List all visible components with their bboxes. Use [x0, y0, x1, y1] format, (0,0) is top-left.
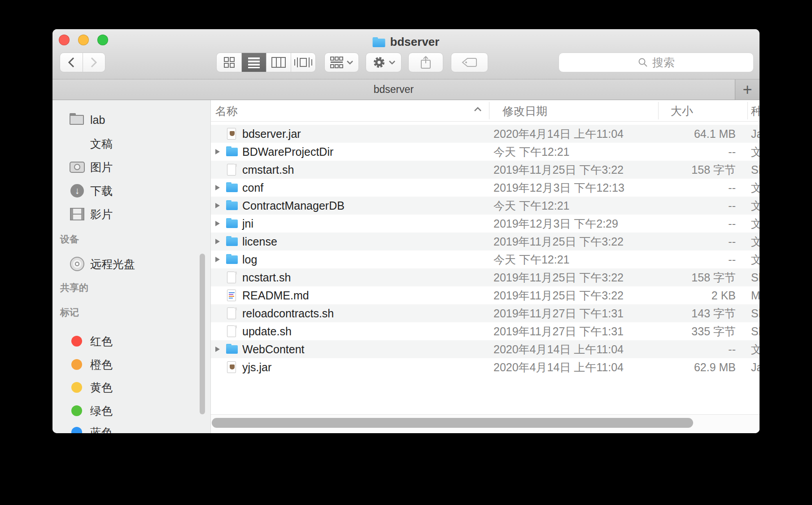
sidebar-item-图片[interactable]: 图片 [52, 159, 210, 175]
disclosure-triangle-icon[interactable] [215, 257, 220, 262]
folder-icon [226, 199, 238, 212]
md-icon [226, 289, 238, 302]
table-row[interactable]: update.sh 2019年11月27日 下午1:31 335 字节 Sh [211, 322, 760, 340]
table-row[interactable]: ContractManagerDB 今天 下午12:21 -- 文 [211, 197, 760, 215]
group-by-button[interactable] [324, 53, 359, 72]
file-list-pane: 名称 修改日期 大小 种类 bdserver.jar 2020年4月14日 上午… [211, 100, 760, 433]
sidebar-item-label: 红色 [90, 334, 113, 349]
file-name: README.md [242, 289, 309, 302]
file-kind: 文 [751, 216, 760, 231]
file-date: 2020年4月14日 上午11:04 [493, 127, 624, 141]
disclosure-triangle-icon[interactable] [215, 239, 220, 244]
disclosure-triangle-icon[interactable] [215, 203, 220, 208]
file-kind: Sh [751, 307, 760, 320]
file-kind: Ja [751, 127, 760, 141]
file-name: ncstart.sh [242, 271, 291, 284]
sidebar-item-蓝色[interactable]: 蓝色 [52, 424, 210, 433]
icon-view-button[interactable] [217, 53, 241, 72]
table-row[interactable]: ncstart.sh 2019年11月25日 下午3:22 158 字节 Sh [211, 268, 760, 286]
sidebar-item-绿色[interactable]: 绿色 [52, 403, 210, 419]
column-header-size[interactable]: 大小 [671, 103, 693, 118]
sidebar-header-tags: 标记 [60, 306, 79, 319]
table-row[interactable]: bdserver.jar 2020年4月14日 上午11:04 64.1 MB … [211, 125, 760, 143]
folder-icon [226, 181, 238, 194]
file-kind: Ma [751, 289, 760, 302]
window-title-group: bdserver [373, 35, 440, 49]
column-divider[interactable] [658, 102, 659, 119]
table-row[interactable]: cmstart.sh 2019年11月25日 下午3:22 158 字节 Sh [211, 161, 760, 179]
tab-bar: bdserver + [52, 79, 760, 100]
sidebar-scrollbar[interactable] [200, 254, 205, 414]
action-menu-button[interactable] [366, 53, 402, 72]
view-mode-switcher [216, 53, 316, 72]
columns-icon [271, 57, 286, 68]
disclosure-triangle-icon[interactable] [215, 221, 220, 226]
new-tab-button[interactable]: + [735, 79, 760, 100]
gallery-view-button[interactable] [291, 53, 315, 72]
table-row[interactable]: BDWareProjectDir 今天 下午12:21 -- 文 [211, 143, 760, 161]
file-kind: 文 [751, 342, 760, 357]
file-name: jni [242, 217, 253, 230]
file-name: update.sh [242, 325, 292, 338]
sidebar-item-橙色[interactable]: 橙色 [52, 356, 210, 373]
folder-icon [226, 217, 238, 230]
folder-icon [69, 112, 86, 127]
file-kind: 文 [751, 145, 760, 159]
share-icon [419, 55, 432, 70]
file-size: -- [728, 343, 736, 356]
camera-icon [69, 159, 86, 175]
file-date: 今天 下午12:21 [493, 198, 570, 213]
table-row[interactable]: conf 2019年12月3日 下午12:13 -- 文 [211, 179, 760, 197]
disclosure-triangle-icon[interactable] [215, 185, 220, 190]
sidebar-item-影片[interactable]: 影片 [52, 206, 210, 222]
folder-icon [226, 235, 238, 248]
file-kind: 文 [751, 234, 760, 249]
search-placeholder: 搜索 [652, 55, 675, 70]
search-input[interactable]: 搜索 [559, 53, 754, 72]
tag-color-dot [71, 405, 82, 416]
list-view-button[interactable] [241, 53, 266, 72]
file-kind: 文 [751, 252, 760, 267]
file-size: 2 KB [712, 289, 736, 302]
sidebar-header-shared: 共享的 [60, 281, 88, 294]
sidebar-item-label: 影片 [90, 207, 113, 222]
table-row[interactable]: yjs.jar 2020年4月14日 上午11:04 62.9 MB Ja [211, 358, 760, 376]
close-button[interactable] [59, 35, 70, 45]
table-row[interactable]: log 今天 下午12:21 -- 文 [211, 250, 760, 268]
column-divider[interactable] [489, 102, 489, 119]
column-header-date[interactable]: 修改日期 [502, 103, 547, 118]
table-row[interactable]: jni 2019年12月3日 下午2:29 -- 文 [211, 215, 760, 233]
titlebar: bdserver [52, 29, 760, 79]
sidebar-item-文稿[interactable]: 文稿 [52, 136, 210, 152]
table-row[interactable]: README.md 2019年11月25日 下午3:22 2 KB Ma [211, 286, 760, 304]
table-row[interactable]: WebContent 2020年4月14日 上午11:04 -- 文 [211, 340, 760, 358]
sidebar-item-红色[interactable]: 红色 [52, 333, 210, 349]
column-view-button[interactable] [266, 53, 291, 72]
column-header-kind[interactable]: 种类 [751, 103, 760, 118]
back-button[interactable] [60, 53, 83, 72]
table-row[interactable]: license 2019年11月25日 下午3:22 -- 文 [211, 233, 760, 250]
sidebar-item-下载[interactable]: 下载 [52, 183, 210, 199]
file-name: license [242, 235, 277, 248]
disclosure-triangle-icon[interactable] [215, 347, 220, 352]
table-row[interactable]: reloadcontracts.sh 2019年11月27日 下午1:31 14… [211, 304, 760, 322]
column-header-name[interactable]: 名称 [215, 103, 238, 118]
sidebar-item-黄色[interactable]: 黄色 [52, 379, 210, 395]
tag-button[interactable] [451, 53, 488, 72]
horizontal-scrollbar-track[interactable] [211, 414, 760, 433]
minimize-button[interactable] [78, 35, 89, 45]
disclosure-triangle-icon[interactable] [215, 149, 220, 154]
file-kind: Sh [751, 163, 760, 176]
file-size: -- [728, 181, 736, 194]
share-button[interactable] [408, 53, 443, 72]
list-header: 名称 修改日期 大小 种类 [211, 100, 760, 122]
sidebar: 设备 共享的 标记 lab文稿图片下载影片远程光盘红色橙色黄色绿色蓝色 [52, 100, 211, 433]
sidebar-item-远程光盘[interactable]: 远程光盘 [52, 256, 210, 272]
column-divider[interactable] [747, 102, 748, 119]
sidebar-item-lab[interactable]: lab [52, 112, 210, 128]
file-size: 158 字节 [691, 162, 736, 177]
zoom-button[interactable] [97, 35, 108, 45]
tab-bdserver[interactable]: bdserver [52, 79, 735, 100]
horizontal-scrollbar-thumb[interactable] [212, 418, 693, 428]
forward-button[interactable] [83, 53, 105, 72]
